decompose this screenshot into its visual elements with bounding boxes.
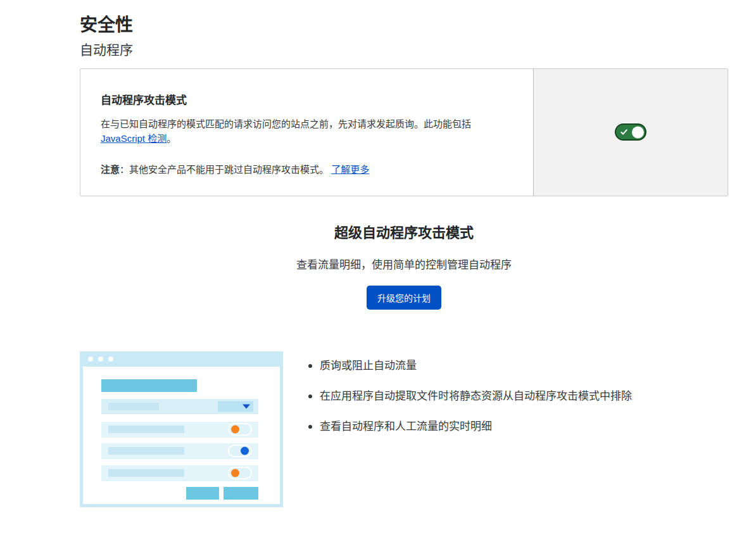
section-title: 超级自动程序攻击模式 — [80, 221, 728, 241]
illustration-toggle-knob-orange — [231, 426, 239, 434]
card-description-suffix: 。 — [167, 133, 176, 144]
feature-list: 质询或阻止自动流量 在应用程序自动提取文件时将静态资源从自动程序攻击模式中排除 … — [306, 351, 632, 507]
upgrade-plan-button[interactable]: 升级您的计划 — [367, 286, 441, 310]
promo-row: 质询或阻止自动流量 在应用程序自动提取文件时将静态资源从自动程序攻击模式中排除 … — [80, 351, 728, 507]
window-control-dot-icon — [98, 357, 103, 362]
browser-illustration — [80, 351, 283, 507]
illustration-toggle-off — [228, 423, 252, 436]
page-title: 安全性 — [80, 15, 728, 36]
card-description-text: 在与已知自动程序的模式匹配的请求访问您的站点之前，先对请求发起质询。此功能包括 — [101, 118, 471, 129]
feature-item: 查看自动程序和人工流量的实时明细 — [306, 420, 632, 432]
illustration-toggle-knob-blue — [241, 447, 249, 455]
main-content: 安全性 自动程序 自动程序攻击模式 在与已知自动程序的模式匹配的请求访问您的站点… — [80, 0, 728, 507]
illustration-row-label — [108, 469, 184, 477]
section-subtitle: 查看流量明细，使用简单的控制管理自动程序 — [80, 256, 728, 272]
note-label: 注意 — [101, 164, 120, 175]
page-subtitle: 自动程序 — [80, 39, 728, 58]
toggle-panel — [533, 69, 728, 196]
illustration-toggle-row — [101, 422, 258, 438]
note-text: ：其他安全产品不能用于跳过自动程序攻击模式。 — [120, 164, 331, 175]
super-bot-fight-mode-section: 超级自动程序攻击模式 查看流量明细，使用简单的控制管理自动程序 升级您的计划 — [80, 221, 728, 310]
window-control-dot-icon — [88, 357, 93, 362]
card-note: 注意：其他安全产品不能用于跳过自动程序攻击模式。 了解更多 — [101, 162, 514, 177]
illustration-toggle-on — [228, 445, 252, 457]
learn-more-link[interactable]: 了解更多 — [331, 164, 369, 175]
browser-titlebar — [80, 351, 283, 367]
illustration-toggle-off — [228, 467, 252, 479]
illustration-buttons — [186, 487, 258, 500]
illustration-row-label — [108, 403, 159, 410]
illustration-toggle-row — [101, 465, 258, 481]
illustration-button — [186, 487, 219, 500]
illustration-toggle-knob-orange — [231, 469, 239, 477]
browser-body — [83, 367, 280, 504]
card-title: 自动程序攻击模式 — [101, 91, 514, 107]
check-icon — [621, 129, 627, 136]
window-control-dot-icon — [108, 357, 113, 362]
dropdown-caret-icon — [243, 404, 250, 408]
illustration-dropdown — [218, 401, 253, 412]
feature-item: 质询或阻止自动流量 — [306, 360, 632, 372]
illustration-toggle-row — [101, 443, 258, 459]
javascript-detections-link[interactable]: JavaScript 检测 — [101, 133, 167, 144]
illustration-header-bar — [101, 379, 197, 392]
illustration-row-label — [108, 447, 184, 455]
bot-fight-mode-card-body: 自动程序攻击模式 在与已知自动程序的模式匹配的请求访问您的站点之前，先对请求发起… — [80, 69, 533, 196]
bot-fight-mode-toggle[interactable] — [615, 123, 646, 141]
toggle-knob — [632, 126, 644, 138]
illustration-button — [224, 487, 258, 500]
card-description: 在与已知自动程序的模式匹配的请求访问您的站点之前，先对请求发起质询。此功能包括 … — [101, 117, 514, 146]
feature-item: 在应用程序自动提取文件时将静态资源从自动程序攻击模式中排除 — [306, 390, 632, 402]
illustration-row-label — [108, 426, 184, 433]
illustration-dropdown-row — [101, 399, 258, 414]
bot-fight-mode-card: 自动程序攻击模式 在与已知自动程序的模式匹配的请求访问您的站点之前，先对请求发起… — [80, 68, 728, 196]
